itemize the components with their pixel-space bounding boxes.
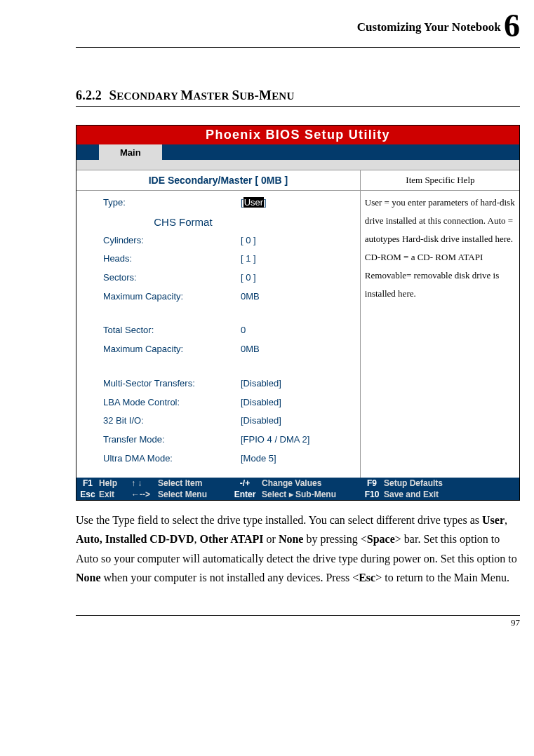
heads-label: Heads: bbox=[103, 250, 241, 268]
section-heading: 6.2.2 SECONDARY MASTER SUB-MENU bbox=[76, 87, 520, 107]
header-title: Customizing Your Notebook bbox=[357, 20, 501, 34]
row-lba[interactable]: LBA Mode Control: [Disabled] bbox=[76, 393, 360, 412]
key-f10: F10 bbox=[360, 490, 384, 499]
row-totalsector: Total Sector: 0 bbox=[76, 321, 360, 340]
chapter-number: 6 bbox=[504, 8, 520, 43]
tab-main[interactable]: Main bbox=[99, 144, 162, 160]
bios-utility-box: Phoenix BIOS Setup Utility Main IDE Seco… bbox=[76, 125, 520, 501]
row-sectors[interactable]: Sectors: [ 0 ] bbox=[76, 269, 360, 288]
row-maxcap2: Maximum Capacity: 0MB bbox=[76, 340, 360, 359]
udma-value: [Mode 5] bbox=[241, 450, 360, 468]
row-32bit[interactable]: 32 Bit I/O: [Disabled] bbox=[76, 412, 360, 431]
section-number: 6.2.2 bbox=[76, 88, 102, 102]
spacer bbox=[76, 359, 360, 374]
label-exit: Exit bbox=[99, 490, 131, 499]
chs-format-label: CHS Format bbox=[76, 212, 360, 231]
mst-value: [Disabled] bbox=[241, 375, 360, 393]
bios-subheader: IDE Secondary/Master [ 0MB ] Item Specif… bbox=[76, 170, 519, 190]
help-panel: User = you enter parameters of hard-disk… bbox=[360, 191, 528, 478]
page-header: Customizing Your Notebook 6 bbox=[76, 7, 520, 48]
arrows-left-right-icon: ←--> bbox=[131, 490, 158, 499]
key-f9: F9 bbox=[360, 478, 384, 488]
label-save-exit: Save and Exit bbox=[384, 490, 519, 499]
bios-content: Type: [User] CHS Format Cylinders: [ 0 ]… bbox=[76, 190, 519, 478]
totalsec-label: Total Sector: bbox=[103, 322, 241, 339]
key-plus-minus: -/+ bbox=[228, 478, 262, 488]
heads-value: [ 1 ] bbox=[241, 250, 360, 268]
maxcap1-label: Maximum Capacity: bbox=[103, 288, 241, 306]
row-type[interactable]: Type: [User] bbox=[76, 194, 360, 212]
label-setup-defaults: Setup Defaults bbox=[384, 478, 519, 488]
mst-label: Multi-Sector Transfers: bbox=[103, 375, 241, 393]
maxcap2-label: Maximum Capacity: bbox=[103, 341, 241, 358]
bit32-label: 32 Bit I/O: bbox=[103, 412, 241, 430]
spacer bbox=[76, 306, 360, 321]
cylinders-value: [ 0 ] bbox=[241, 232, 360, 250]
type-label: Type: bbox=[103, 194, 241, 212]
page-footer: 97 bbox=[76, 615, 520, 633]
row-mst[interactable]: Multi-Sector Transfers: [Disabled] bbox=[76, 374, 360, 393]
key-f1: F1 bbox=[76, 478, 99, 488]
sectors-value: [ 0 ] bbox=[241, 269, 360, 287]
page-number: 97 bbox=[511, 617, 520, 628]
maxcap1-value: 0MB bbox=[241, 288, 360, 306]
help-header: Item Specific Help bbox=[360, 170, 520, 190]
help-text: User = you enter parameters of hard-disk… bbox=[365, 194, 524, 303]
row-tmode[interactable]: Transfer Mode: [FPIO 4 / DMA 2] bbox=[76, 431, 360, 450]
bios-footer: F1 Help ↑ ↓ Select Item -/+ Change Value… bbox=[76, 478, 519, 500]
label-select-menu: Select Menu bbox=[158, 490, 228, 499]
bios-menu-bar: Main bbox=[76, 144, 519, 160]
type-value: [User] bbox=[241, 194, 360, 212]
tmode-value: [FPIO 4 / DMA 2] bbox=[241, 431, 360, 449]
lba-label: LBA Mode Control: bbox=[103, 394, 241, 412]
label-select-item: Select Item bbox=[158, 478, 228, 488]
udma-label: Ultra DMA Mode: bbox=[103, 450, 241, 468]
body-paragraph: Use the Type field to select the drive t… bbox=[76, 511, 520, 587]
settings-panel: Type: [User] CHS Format Cylinders: [ 0 ]… bbox=[76, 191, 360, 478]
label-change-values: Change Values bbox=[262, 478, 360, 488]
key-enter: Enter bbox=[228, 490, 262, 499]
cylinders-label: Cylinders: bbox=[103, 232, 241, 250]
sectors-label: Sectors: bbox=[103, 269, 241, 287]
lba-value: [Disabled] bbox=[241, 394, 360, 412]
spacer-row bbox=[76, 160, 519, 170]
key-esc: Esc bbox=[76, 490, 99, 499]
row-cylinders[interactable]: Cylinders: [ 0 ] bbox=[76, 231, 360, 250]
bit32-value: [Disabled] bbox=[241, 412, 360, 430]
maxcap2-value: 0MB bbox=[241, 341, 360, 358]
row-maxcap1: Maximum Capacity: 0MB bbox=[76, 288, 360, 306]
totalsec-value: 0 bbox=[241, 322, 360, 339]
page: Customizing Your Notebook 6 6.2.2 SECOND… bbox=[0, 0, 534, 640]
label-help: Help bbox=[99, 478, 131, 488]
row-heads[interactable]: Heads: [ 1 ] bbox=[76, 250, 360, 269]
bios-title: Phoenix BIOS Setup Utility bbox=[76, 126, 519, 144]
tmode-label: Transfer Mode: bbox=[103, 431, 241, 449]
ide-header: IDE Secondary/Master [ 0MB ] bbox=[76, 170, 360, 190]
label-select-submenu: Select ▸ Sub-Menu bbox=[262, 490, 360, 499]
row-udma[interactable]: Ultra DMA Mode: [Mode 5] bbox=[76, 450, 360, 468]
arrows-up-down-icon: ↑ ↓ bbox=[131, 478, 158, 488]
